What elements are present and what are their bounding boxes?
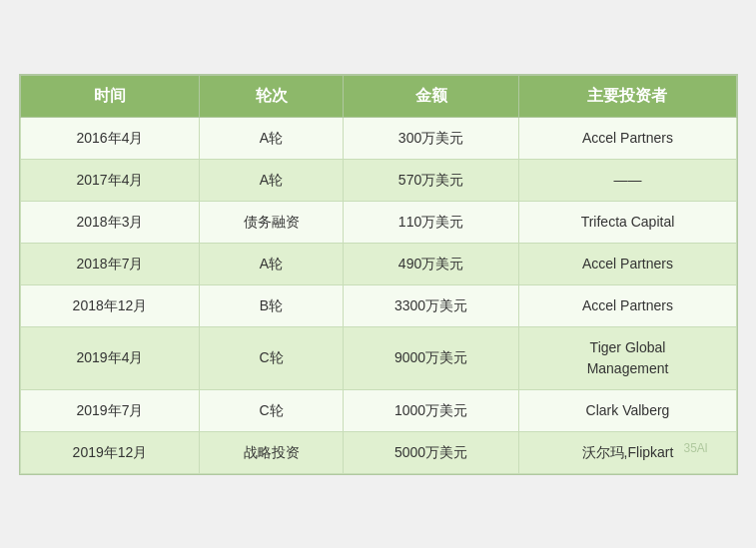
- cell-amount: 9000万美元: [343, 326, 519, 389]
- cell-time: 2019年7月: [20, 389, 200, 431]
- cell-time: 2019年4月: [20, 326, 200, 389]
- cell-time: 2018年12月: [20, 284, 200, 326]
- col-header-round: 轮次: [200, 75, 343, 117]
- funding-table: 时间 轮次 金额 主要投资者 2016年4月A轮300万美元Accel Part…: [20, 75, 737, 474]
- cell-round: A轮: [200, 243, 343, 284]
- cell-round: B轮: [200, 284, 343, 326]
- cell-time: 2017年4月: [20, 159, 200, 201]
- table-row: 2018年12月B轮3300万美元Accel Partners: [20, 284, 736, 326]
- col-header-investors: 主要投资者: [519, 75, 736, 117]
- cell-round: C轮: [200, 389, 343, 431]
- table-row: 2017年4月A轮570万美元——: [20, 159, 736, 201]
- cell-time: 2016年4月: [20, 117, 200, 159]
- cell-investors: Accel Partners: [519, 284, 736, 326]
- funding-table-container: 时间 轮次 金额 主要投资者 2016年4月A轮300万美元Accel Part…: [19, 74, 738, 475]
- cell-round: 战略投资: [200, 431, 343, 473]
- cell-investors: Accel Partners: [519, 117, 736, 159]
- cell-time: 2018年7月: [20, 243, 200, 284]
- table-row: 2016年4月A轮300万美元Accel Partners: [20, 117, 736, 159]
- cell-amount: 300万美元: [343, 117, 519, 159]
- col-header-time: 时间: [20, 75, 200, 117]
- table-header-row: 时间 轮次 金额 主要投资者: [20, 75, 736, 117]
- cell-time: 2019年12月: [20, 431, 200, 473]
- table-row: 2018年3月债务融资110万美元Trifecta Capital: [20, 201, 736, 243]
- cell-round: C轮: [200, 326, 343, 389]
- cell-round: A轮: [200, 159, 343, 201]
- cell-investors: Clark Valberg: [519, 389, 736, 431]
- cell-investors: Trifecta Capital: [519, 201, 736, 243]
- cell-amount: 570万美元: [343, 159, 519, 201]
- cell-time: 2018年3月: [20, 201, 200, 243]
- table-row: 2019年12月战略投资5000万美元沃尔玛,Flipkart: [20, 431, 736, 473]
- cell-amount: 110万美元: [343, 201, 519, 243]
- table-row: 2019年4月C轮9000万美元Tiger Global Management: [20, 326, 736, 389]
- cell-investors: ——: [519, 159, 736, 201]
- cell-investors: Tiger Global Management: [519, 326, 736, 389]
- cell-round: A轮: [200, 117, 343, 159]
- cell-amount: 490万美元: [343, 243, 519, 284]
- cell-amount: 3300万美元: [343, 284, 519, 326]
- table-row: 2018年7月A轮490万美元Accel Partners: [20, 243, 736, 284]
- cell-investors: Accel Partners: [519, 243, 736, 284]
- cell-amount: 5000万美元: [343, 431, 519, 473]
- col-header-amount: 金额: [343, 75, 519, 117]
- cell-amount: 1000万美元: [343, 389, 519, 431]
- table-row: 2019年7月C轮1000万美元Clark Valberg: [20, 389, 736, 431]
- watermark: 35Al: [683, 441, 707, 455]
- cell-round: 债务融资: [200, 201, 343, 243]
